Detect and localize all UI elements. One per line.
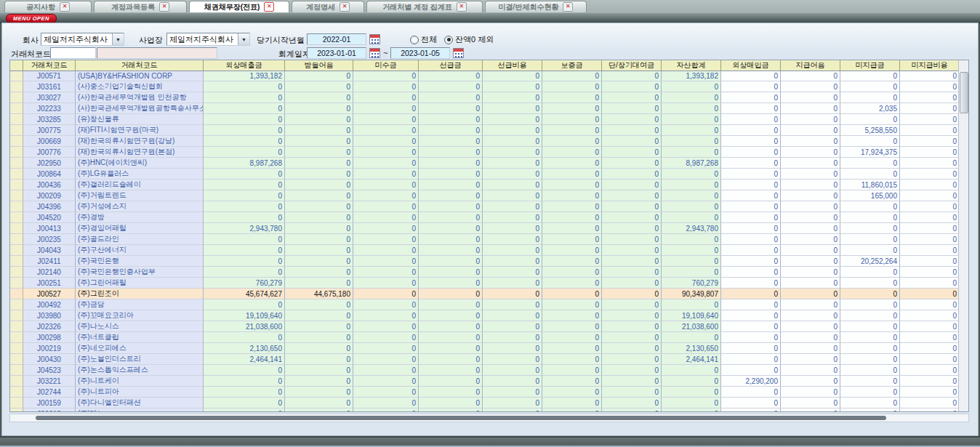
amount-cell[interactable]: 0 xyxy=(781,398,840,408)
row-selector-cell[interactable] xyxy=(10,180,23,190)
table-row[interactable]: J00235(주)골드라인0000000000000 xyxy=(10,234,969,245)
amount-cell[interactable]: 0 xyxy=(840,299,900,310)
amount-cell[interactable]: 0 xyxy=(419,190,483,201)
vendor-code-cell[interactable]: J02744 xyxy=(23,387,76,398)
amount-cell[interactable]: 2,130,650 xyxy=(204,343,285,354)
amount-cell[interactable]: 0 xyxy=(542,343,602,354)
vendor-code-input[interactable] xyxy=(50,47,96,59)
amount-cell[interactable]: 0 xyxy=(602,92,662,103)
vendor-code-cell[interactable]: J03980 xyxy=(23,310,76,321)
amount-cell[interactable]: 0 xyxy=(483,365,542,376)
amount-cell[interactable]: 0 xyxy=(662,103,721,114)
vendor-code-cell[interactable]: J02411 xyxy=(23,256,76,267)
amount-cell[interactable]: 0 xyxy=(419,234,483,245)
table-row[interactable]: J00298(주)너트클럽0000000000000 xyxy=(10,332,969,343)
amount-cell[interactable]: 0 xyxy=(483,332,542,343)
amount-cell[interactable]: 0 xyxy=(353,332,419,343)
amount-cell[interactable]: 0 xyxy=(419,103,483,114)
amount-cell[interactable]: 0 xyxy=(483,92,542,103)
amount-cell[interactable]: 0 xyxy=(204,408,285,412)
amount-cell[interactable]: 0 xyxy=(781,354,840,365)
amount-cell[interactable]: 0 xyxy=(840,267,900,278)
vendor-code-cell[interactable]: J00219 xyxy=(23,343,76,354)
amount-cell[interactable]: 0 xyxy=(353,180,419,190)
amount-cell[interactable]: 0 xyxy=(900,103,960,114)
amount-cell[interactable]: 0 xyxy=(781,278,840,289)
vendor-code-cell[interactable]: J03027 xyxy=(23,92,76,103)
amount-cell[interactable]: 0 xyxy=(900,267,960,278)
column-header[interactable]: 자산합계 xyxy=(662,60,721,71)
amount-cell[interactable]: 0 xyxy=(840,71,900,81)
amount-cell[interactable]: 0 xyxy=(602,321,662,332)
amount-cell[interactable]: 0 xyxy=(721,103,781,114)
amount-cell[interactable]: 0 xyxy=(662,398,721,408)
table-row[interactable]: J00430(주)노블인더스트리2,464,1410000002,464,141… xyxy=(10,354,969,365)
amount-cell[interactable]: 0 xyxy=(900,256,960,267)
amount-cell[interactable]: 0 xyxy=(542,212,602,223)
amount-cell[interactable]: 0 xyxy=(419,169,483,180)
amount-cell[interactable]: 0 xyxy=(285,180,353,190)
chevron-down-icon[interactable]: ▼ xyxy=(238,33,249,45)
amount-cell[interactable]: 0 xyxy=(602,310,662,321)
amount-cell[interactable]: 0 xyxy=(204,169,285,180)
amount-cell[interactable]: 0 xyxy=(900,278,960,289)
amount-cell[interactable]: 0 xyxy=(602,343,662,354)
amount-cell[interactable]: 0 xyxy=(285,343,353,354)
amount-cell[interactable]: 0 xyxy=(840,343,900,354)
amount-cell[interactable]: 0 xyxy=(483,354,542,365)
period-start-input[interactable]: 2022-01 xyxy=(307,33,366,45)
vendor-name-cell[interactable]: (주)그린어패럴 xyxy=(76,278,204,289)
amount-cell[interactable]: 0 xyxy=(483,180,542,190)
amount-cell[interactable]: 0 xyxy=(721,408,781,412)
column-header[interactable]: 선급금 xyxy=(419,60,483,71)
table-row[interactable]: J04043(주)구산에너지0000000000000 xyxy=(10,245,969,256)
amount-cell[interactable]: 0 xyxy=(542,125,602,136)
amount-cell[interactable]: 0 xyxy=(840,169,900,180)
amount-cell[interactable]: 2,943,780 xyxy=(204,223,285,234)
amount-cell[interactable]: 0 xyxy=(285,71,353,81)
amount-cell[interactable]: 0 xyxy=(602,332,662,343)
table-row[interactable]: J02326(주)나노시스21,038,60000000021,038,6000… xyxy=(10,321,969,332)
amount-cell[interactable]: 0 xyxy=(602,71,662,81)
amount-cell[interactable]: 0 xyxy=(285,321,353,332)
amount-cell[interactable]: 0 xyxy=(840,212,900,223)
amount-cell[interactable]: 0 xyxy=(419,332,483,343)
calendar-icon[interactable] xyxy=(453,48,464,58)
column-header[interactable]: 거래처코드 xyxy=(23,60,76,71)
amount-cell[interactable]: 0 xyxy=(285,147,353,158)
vendor-code-cell[interactable]: J02233 xyxy=(23,103,76,114)
amount-cell[interactable]: 0 xyxy=(721,343,781,354)
amount-cell[interactable]: 0 xyxy=(542,365,602,376)
row-selector-cell[interactable] xyxy=(10,245,23,256)
amount-cell[interactable]: 0 xyxy=(483,147,542,158)
vendor-name-cell[interactable]: (주)구산에너지 xyxy=(76,245,204,256)
amount-cell[interactable]: 0 xyxy=(542,278,602,289)
amount-cell[interactable]: 0 xyxy=(483,103,542,114)
amount-cell[interactable]: 0 xyxy=(542,190,602,201)
amount-cell[interactable]: 0 xyxy=(353,376,419,387)
amount-cell[interactable]: 0 xyxy=(662,245,721,256)
vendor-name-cell[interactable]: (주)LG유플러스 xyxy=(76,169,204,180)
amount-cell[interactable]: 0 xyxy=(840,81,900,92)
vendor-name-input[interactable] xyxy=(97,47,217,59)
amount-cell[interactable]: 0 xyxy=(602,125,662,136)
amount-cell[interactable]: 0 xyxy=(840,332,900,343)
amount-cell[interactable]: 0 xyxy=(285,158,353,169)
row-selector-cell[interactable] xyxy=(10,190,23,201)
amount-cell[interactable]: 0 xyxy=(353,234,419,245)
amount-cell[interactable]: 0 xyxy=(602,180,662,190)
amount-cell[interactable]: 0 xyxy=(781,92,840,103)
amount-cell[interactable]: 0 xyxy=(419,299,483,310)
amount-cell[interactable]: 0 xyxy=(285,223,353,234)
amount-cell[interactable]: 0 xyxy=(483,278,542,289)
amount-cell[interactable]: 0 xyxy=(419,180,483,190)
amount-cell[interactable]: 0 xyxy=(721,114,781,125)
amount-cell[interactable]: 0 xyxy=(781,332,840,343)
date-to-input[interactable]: 2023-01-05 xyxy=(390,47,450,59)
amount-cell[interactable]: 760,279 xyxy=(662,278,721,289)
tab-close-icon[interactable]: ✕ xyxy=(563,2,573,12)
amount-cell[interactable]: 0 xyxy=(483,245,542,256)
amount-cell[interactable]: 2,035 xyxy=(840,103,900,114)
table-row[interactable]: J02744(주)니트피아0000000000000 xyxy=(10,387,969,398)
amount-cell[interactable]: 2,464,141 xyxy=(662,354,721,365)
